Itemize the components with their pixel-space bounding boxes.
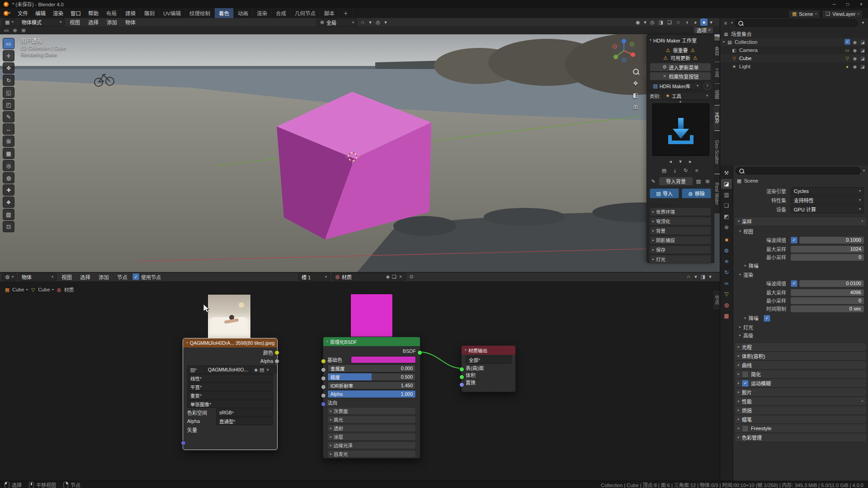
- tool-measure[interactable]: ↔: [3, 123, 14, 135]
- hdri-section-dome[interactable]: ▸穹顶化: [650, 217, 711, 225]
- feature-set-select[interactable]: 支持特性▾: [791, 196, 864, 204]
- npanel-tab-geo-scatter[interactable]: Geo-Scatter: [713, 131, 720, 174]
- section-freestyle[interactable]: ▸Freestyle: [735, 424, 867, 433]
- extension-select[interactable]: 重复▾: [187, 391, 273, 399]
- tool-extra-3[interactable]: ◍: [3, 172, 14, 183]
- vector-input-socket[interactable]: [181, 441, 186, 446]
- image-texture-node-header[interactable]: ▾ QAGMMtJIoH0DrA... 3598(80 tiles).jpeg: [183, 338, 277, 347]
- unlink-icon[interactable]: ×: [265, 366, 270, 373]
- snap-options-icon[interactable]: ▾: [693, 273, 698, 280]
- roughness-input-socket[interactable]: [321, 376, 326, 381]
- freestyle-checkbox[interactable]: [742, 425, 749, 432]
- image-texture-node[interactable]: ▾ QAGMMtJIoH0DrA... 3598(80 tiles).jpeg …: [183, 338, 278, 450]
- workspace-tab-texture-paint[interactable]: 纹理绘制: [185, 8, 215, 18]
- filter-options-icon[interactable]: ▾: [863, 169, 865, 173]
- help-icon[interactable]: ?: [703, 82, 711, 90]
- show-gizmo-icon[interactable]: ◎: [649, 19, 656, 26]
- visibility-icon[interactable]: ◉: [634, 19, 642, 26]
- tab-particles[interactable]: ✳: [721, 257, 732, 267]
- prev-icon[interactable]: ◂: [667, 158, 674, 165]
- section-light-paths[interactable]: ▸光程: [735, 343, 867, 352]
- menu-render[interactable]: 渲染: [49, 8, 67, 18]
- subsection-render-denoise[interactable]: ▸降噪✓: [745, 314, 770, 322]
- workspace-tab-uv-editing[interactable]: UV编辑: [159, 8, 185, 18]
- roughness-slider[interactable]: 糙度0.500: [327, 373, 416, 381]
- camera-view-icon[interactable]: ◧: [631, 90, 640, 99]
- disable-render-icon[interactable]: ◪: [859, 47, 866, 53]
- hdri-section-background[interactable]: ▸背景: [650, 226, 711, 235]
- volume-input-socket[interactable]: [459, 375, 464, 380]
- navigation-gizmo[interactable]: [611, 38, 637, 63]
- subsection-viewport[interactable]: ▾视图: [739, 228, 753, 235]
- node-menu-view[interactable]: 视图: [58, 273, 75, 281]
- hdri-library-select[interactable]: ▨HDRi Maker库▾: [650, 82, 702, 90]
- shading-wireframe-icon[interactable]: ○: [675, 19, 682, 26]
- unlink-icon[interactable]: ×: [398, 273, 403, 281]
- ior-slider[interactable]: IOR折射率1.450: [327, 381, 416, 389]
- next-icon[interactable]: ▸: [687, 158, 694, 165]
- menu-help[interactable]: 帮助: [85, 8, 102, 18]
- viewport-max-samples-field[interactable]: 1024: [791, 246, 864, 253]
- expand-browser-icon[interactable]: ▾: [677, 158, 684, 165]
- image-icon[interactable]: ▨: [695, 178, 702, 185]
- shader-type-select[interactable]: 物体▾: [19, 273, 57, 281]
- subsection-viewport-denoise[interactable]: ▸降噪: [745, 262, 759, 269]
- toggle-xray-icon[interactable]: ❏: [666, 19, 673, 26]
- workspace-tab-modeling[interactable]: 建模: [121, 8, 140, 18]
- mode-select[interactable]: 物体模式▾: [19, 19, 65, 26]
- pan-hand-icon[interactable]: ✥: [631, 79, 640, 88]
- bsdf-section-subsurface[interactable]: ▸次表面: [327, 407, 416, 415]
- section-curves[interactable]: ▸曲线: [735, 361, 867, 370]
- snap-magnet-icon[interactable]: ∩: [685, 273, 692, 280]
- time-limit-field[interactable]: 0 sec: [791, 305, 864, 312]
- tab-object[interactable]: ■: [721, 235, 732, 245]
- download-icon[interactable]: ⤓: [671, 167, 679, 174]
- section-motion-blur[interactable]: ▸✓运动模糊: [735, 379, 867, 388]
- tool-move[interactable]: ✥: [3, 62, 14, 74]
- collection-row[interactable]: ▾ ▤ Collection ✓ ◉ ◪: [720, 38, 868, 46]
- npanel-tab-tool[interactable]: 工具: [713, 62, 720, 83]
- simplify-checkbox[interactable]: [742, 371, 749, 378]
- section-grease-pencil[interactable]: ▸蜡笔: [735, 415, 867, 424]
- filter-funnel-icon[interactable]: ▼: [859, 19, 867, 27]
- app-menu-button[interactable]: ▾: [0, 8, 14, 18]
- workspace-tab-shading[interactable]: 着色: [215, 8, 234, 18]
- render-min-samples-field[interactable]: 0: [791, 297, 864, 304]
- shading-options-icon[interactable]: ▾: [709, 19, 713, 26]
- subsection-lights[interactable]: ▸灯光: [739, 324, 753, 331]
- bsdf-section-coat[interactable]: ▸涂层: [327, 433, 416, 441]
- metallic-input-socket[interactable]: [321, 367, 326, 372]
- image-datablock-field[interactable]: QAGMMtJIoH0O...: [205, 366, 250, 374]
- options-button[interactable]: 选项 ▾: [693, 27, 713, 34]
- npanel-tab-hdri[interactable]: HDRi: [713, 106, 720, 130]
- bsdf-node-header[interactable]: ▾ 原理化BSDF: [323, 337, 420, 346]
- principled-bsdf-node[interactable]: ▾ 原理化BSDF BSDF 基础色 金属度0.000 糙度0.500 IOR折…: [323, 337, 420, 459]
- hide-eye-icon[interactable]: ◉: [852, 39, 858, 45]
- show-overlays-icon[interactable]: ◨: [657, 19, 665, 26]
- tab-scene[interactable]: ◩: [721, 211, 732, 221]
- tab-render[interactable]: ◪: [721, 179, 732, 189]
- open-image-icon[interactable]: ▤: [259, 366, 264, 373]
- workspace-tab-layout[interactable]: 布局: [102, 8, 121, 18]
- close-icon[interactable]: ×: [815, 12, 817, 16]
- viewlayer-selector[interactable]: ❏ ViewLayer ×: [822, 10, 863, 18]
- device-select[interactable]: GPU 计算▾: [791, 205, 864, 213]
- tool-mode-icon-1[interactable]: ▭: [3, 27, 10, 34]
- panel-collapse-handle[interactable]: ▴: [647, 99, 714, 103]
- normal-input-socket[interactable]: [321, 402, 326, 407]
- section-volumes[interactable]: ▸体积(容积): [735, 352, 867, 361]
- section-simplify[interactable]: ▸简化: [735, 370, 867, 379]
- overlays-icon[interactable]: ◨: [699, 273, 707, 280]
- hdri-section-save[interactable]: ▸保存: [650, 245, 711, 254]
- hdri-panel-header[interactable]: ▾ HDRi Maker 工作室: [650, 37, 711, 44]
- tool-extra-6[interactable]: ▧: [3, 209, 14, 220]
- enter-update-menu-button[interactable]: ⚙进入更新菜单: [650, 63, 711, 71]
- alpha-output-socket[interactable]: [274, 359, 279, 364]
- base-color-input-socket[interactable]: [321, 359, 326, 364]
- hdri-section-world[interactable]: ▸世界环境: [650, 207, 711, 216]
- tool-rotate[interactable]: ↻: [3, 75, 14, 86]
- tab-constraints[interactable]: ∞: [721, 278, 732, 288]
- chevron-down-icon[interactable]: ▾: [723, 40, 725, 44]
- colorspace-select[interactable]: sRGB▾: [216, 408, 273, 417]
- fake-user-icon[interactable]: ◈: [254, 366, 258, 373]
